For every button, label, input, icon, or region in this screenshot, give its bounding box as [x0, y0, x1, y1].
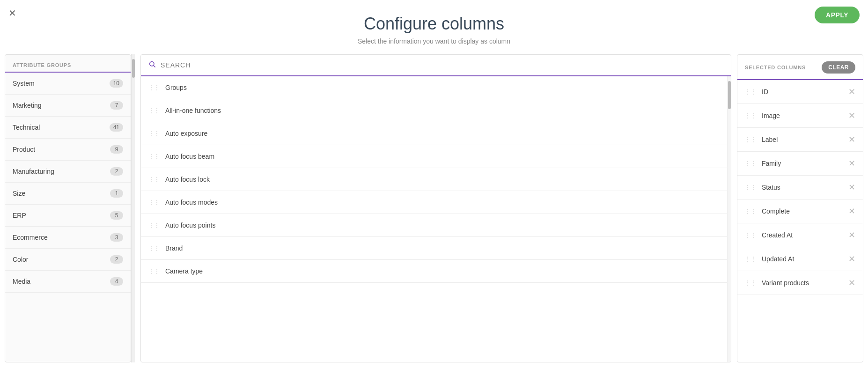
drag-handle-icon: ⋮⋮: [745, 137, 756, 142]
attribute-groups-panel: ATTRIBUTE GROUPS System 10 Marketing 7 T…: [5, 54, 131, 362]
drag-handle-icon: ⋮⋮: [148, 108, 160, 113]
attribute-group-label: System: [13, 80, 35, 87]
attribute-group-item[interactable]: Color 2: [5, 249, 131, 271]
attribute-group-label: Ecommerce: [13, 234, 48, 241]
middle-item-label: All-in-one functions: [165, 107, 221, 114]
selected-columns-title: SELECTED COLUMNS: [745, 65, 806, 70]
close-button[interactable]: ✕: [8, 8, 16, 18]
drag-handle-icon: ⋮⋮: [148, 268, 160, 274]
middle-item-label: Auto focus modes: [165, 199, 218, 206]
selected-column-label: Created At: [762, 231, 793, 239]
middle-list-item[interactable]: ⋮⋮ Auto focus beam: [141, 145, 727, 168]
selected-column-item: ⋮⋮ Variant products ✕: [737, 271, 863, 295]
page-subtitle: Select the information you want to displ…: [0, 37, 868, 45]
selected-column-left: ⋮⋮ Image: [745, 112, 780, 119]
selected-column-left: ⋮⋮ Variant products: [745, 279, 809, 287]
selected-column-left: ⋮⋮ Label: [745, 136, 778, 143]
middle-item-label: Auto focus lock: [165, 176, 210, 183]
attribute-group-item[interactable]: System 10: [5, 73, 131, 95]
selected-column-left: ⋮⋮ ID: [745, 88, 768, 96]
search-input[interactable]: [161, 61, 723, 69]
attribute-group-item[interactable]: Technical 41: [5, 117, 131, 139]
remove-column-button[interactable]: ✕: [848, 135, 855, 144]
middle-scroll-container: ⋮⋮ Groups ⋮⋮ All-in-one functions ⋮⋮ Aut…: [141, 76, 731, 362]
attribute-group-label: Size: [13, 190, 25, 197]
attribute-group-item[interactable]: Size 1: [5, 183, 131, 205]
middle-scrollbar[interactable]: [727, 76, 731, 362]
remove-column-button[interactable]: ✕: [848, 111, 855, 120]
attribute-groups-header: ATTRIBUTE GROUPS: [5, 55, 131, 73]
search-panel: ⋮⋮ Groups ⋮⋮ All-in-one functions ⋮⋮ Aut…: [140, 54, 731, 362]
selected-column-item: ⋮⋮ Status ✕: [737, 176, 863, 199]
attribute-group-label: Media: [13, 278, 30, 285]
remove-column-button[interactable]: ✕: [848, 279, 855, 287]
drag-handle-icon: ⋮⋮: [745, 113, 756, 118]
remove-column-button[interactable]: ✕: [848, 231, 855, 239]
page-header: Configure columns Select the information…: [0, 0, 868, 54]
middle-item-label: Auto focus points: [165, 221, 215, 229]
attribute-group-count: 1: [110, 189, 123, 198]
selected-column-label: Family: [762, 160, 781, 167]
selected-column-left: ⋮⋮ Family: [745, 160, 781, 167]
selected-columns-header: SELECTED COLUMNS CLEAR: [737, 55, 863, 80]
attribute-group-label: Product: [13, 146, 35, 153]
selected-column-label: Label: [762, 136, 778, 143]
drag-handle-icon: ⋮⋮: [745, 232, 756, 238]
middle-item-label: Brand: [165, 244, 183, 252]
selected-column-label: Updated At: [762, 255, 794, 263]
middle-list-item[interactable]: ⋮⋮ Groups: [141, 76, 727, 99]
drag-handle-icon: ⋮⋮: [745, 184, 756, 190]
attribute-group-count: 10: [110, 79, 123, 88]
selected-column-label: Status: [762, 184, 780, 191]
middle-list-item[interactable]: ⋮⋮ Auto focus modes: [141, 191, 727, 214]
remove-column-button[interactable]: ✕: [848, 207, 855, 215]
clear-button[interactable]: CLEAR: [822, 61, 855, 74]
drag-handle-icon: ⋮⋮: [148, 154, 160, 159]
drag-handle-icon: ⋮⋮: [745, 256, 756, 262]
attribute-group-label: ERP: [13, 212, 26, 219]
selected-column-left: ⋮⋮ Created At: [745, 231, 793, 239]
selected-column-left: ⋮⋮ Status: [745, 184, 780, 191]
remove-column-button[interactable]: ✕: [848, 159, 855, 168]
attribute-group-item[interactable]: ERP 5: [5, 205, 131, 227]
middle-list-item[interactable]: ⋮⋮ All-in-one functions: [141, 99, 727, 122]
remove-column-button[interactable]: ✕: [848, 255, 855, 263]
left-scrollbar[interactable]: [131, 54, 135, 362]
middle-items-list: ⋮⋮ Groups ⋮⋮ All-in-one functions ⋮⋮ Aut…: [141, 76, 727, 362]
middle-scroll-thumb: [728, 81, 731, 109]
middle-list-item[interactable]: ⋮⋮ Auto focus lock: [141, 168, 727, 191]
selected-column-item: ⋮⋮ Updated At ✕: [737, 247, 863, 271]
attribute-group-item[interactable]: Media 4: [5, 271, 131, 293]
middle-item-label: Groups: [165, 84, 187, 91]
middle-list-item[interactable]: ⋮⋮ Auto exposure: [141, 122, 727, 145]
remove-column-button[interactable]: ✕: [848, 88, 855, 96]
attribute-group-count: 5: [110, 211, 123, 220]
attribute-group-item[interactable]: Marketing 7: [5, 95, 131, 117]
selected-column-item: ⋮⋮ Label ✕: [737, 128, 863, 152]
drag-handle-icon: ⋮⋮: [148, 245, 160, 251]
drag-handle-icon: ⋮⋮: [148, 177, 160, 182]
attribute-group-count: 9: [110, 145, 123, 154]
attribute-group-item[interactable]: Manufacturing 2: [5, 161, 131, 183]
remove-column-button[interactable]: ✕: [848, 183, 855, 192]
columns-container: ATTRIBUTE GROUPS System 10 Marketing 7 T…: [5, 54, 863, 362]
apply-button[interactable]: APPLY: [815, 7, 860, 23]
middle-item-label: Camera type: [165, 267, 203, 275]
middle-list-item[interactable]: ⋮⋮ Camera type: [141, 260, 727, 283]
selected-column-left: ⋮⋮ Updated At: [745, 255, 794, 263]
drag-handle-icon: ⋮⋮: [148, 199, 160, 205]
selected-column-item: ⋮⋮ Image ✕: [737, 104, 863, 128]
middle-item-label: Auto focus beam: [165, 153, 214, 160]
selected-column-item: ⋮⋮ ID ✕: [737, 80, 863, 104]
middle-list-item[interactable]: ⋮⋮ Brand: [141, 237, 727, 260]
attribute-group-item[interactable]: Ecommerce 3: [5, 227, 131, 249]
attribute-group-item[interactable]: Product 9: [5, 139, 131, 161]
attribute-group-count: 7: [110, 101, 123, 110]
search-icon: [148, 60, 156, 70]
drag-handle-icon: ⋮⋮: [745, 89, 756, 95]
selected-column-label: Image: [762, 112, 780, 119]
selected-column-label: Complete: [762, 207, 790, 215]
attribute-group-label: Color: [13, 256, 28, 263]
middle-list-item[interactable]: ⋮⋮ Auto focus points: [141, 214, 727, 237]
selected-column-item: ⋮⋮ Complete ✕: [737, 199, 863, 223]
